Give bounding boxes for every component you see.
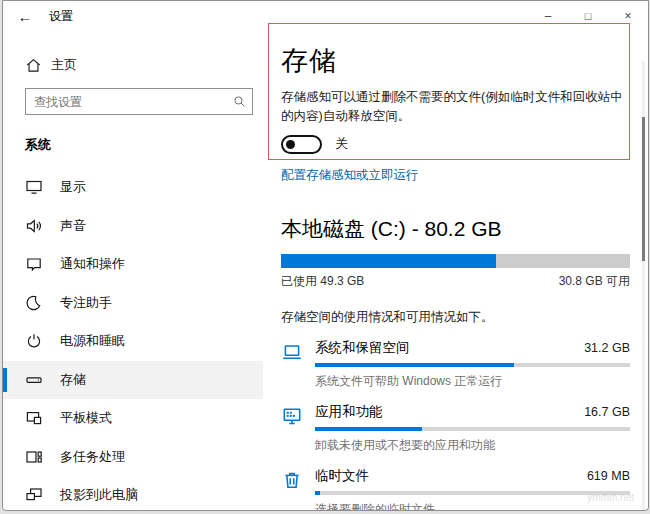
sidebar-item-label: 多任务处理	[60, 448, 125, 466]
sidebar-item-label: 投影到此电脑	[60, 486, 138, 504]
display-icon	[25, 178, 43, 196]
category-bar-fill	[315, 491, 320, 495]
home-icon	[25, 57, 42, 74]
toggle-state-label: 关	[335, 135, 348, 153]
sidebar-item-storage[interactable]: 存储	[3, 361, 263, 400]
laptop-icon	[281, 339, 315, 390]
sidebar-item-home[interactable]: 主页	[25, 55, 263, 75]
sidebar-item-power-sleep[interactable]: 电源和睡眠	[3, 322, 263, 361]
watermark: ymmm.net	[587, 492, 634, 503]
usage-intro: 存储空间的使用情况和可用情况如下。	[281, 309, 648, 326]
category-name: 应用和功能	[315, 403, 383, 421]
sidebar-item-label: 电源和睡眠	[60, 332, 125, 350]
sidebar-home-label: 主页	[51, 56, 77, 74]
storage-sense-toggle[interactable]	[281, 135, 322, 154]
sidebar-item-label: 存储	[60, 371, 86, 389]
power-icon	[25, 332, 43, 350]
sidebar-item-focus-assist[interactable]: 专注助手	[3, 284, 263, 323]
disk-used-label: 已使用 49.3 GB	[281, 273, 364, 290]
category-bar	[315, 363, 630, 367]
notifications-icon	[25, 255, 43, 273]
category-bar	[315, 491, 630, 495]
sidebar-item-projecting[interactable]: 投影到此电脑	[3, 476, 263, 511]
tablet-mode-icon	[25, 409, 43, 427]
category-size: 31.2 GB	[584, 341, 630, 355]
category-name: 临时文件	[315, 467, 369, 485]
back-button[interactable]: ←	[3, 8, 47, 25]
sidebar-item-sound[interactable]: 声音	[3, 207, 263, 246]
category-size: 619 MB	[587, 469, 630, 483]
sidebar-item-multitasking[interactable]: 多任务处理	[3, 438, 263, 477]
settings-window: ← 设置 – □ × 主页	[2, 0, 649, 511]
category-bar-fill	[315, 363, 514, 367]
disk-usage-bar	[281, 254, 630, 268]
sidebar-item-tablet-mode[interactable]: 平板模式	[3, 399, 263, 438]
focus-assist-icon	[25, 294, 43, 312]
minimize-button[interactable]: –	[528, 1, 568, 31]
category-desc: 选择要删除的临时文件	[315, 501, 630, 511]
sidebar-nav: 显示 声音 通知和操作	[3, 168, 263, 511]
multitasking-icon	[25, 448, 43, 466]
storage-sense-description: 存储感知可以通过删除不需要的文件(例如临时文件和回收站中的内容)自动释放空间。	[281, 88, 629, 126]
sidebar-section-system: 系统	[25, 136, 263, 154]
apps-icon	[281, 403, 315, 454]
category-row-system-reserved[interactable]: 系统和保留空间 31.2 GB 系统文件可帮助 Windows 正常运行	[281, 339, 630, 390]
category-row-temporary-files[interactable]: 临时文件 619 MB 选择要删除的临时文件	[281, 467, 630, 511]
category-row-apps-features[interactable]: 应用和功能 16.7 GB 卸载未使用或不想要的应用和功能	[281, 403, 630, 454]
sidebar-item-label: 平板模式	[60, 409, 112, 427]
category-bar-fill	[315, 427, 422, 431]
sidebar-item-label: 专注助手	[60, 294, 112, 312]
search-input[interactable]	[26, 95, 226, 109]
window-title: 设置	[49, 8, 73, 25]
page-title: 存储	[281, 43, 648, 79]
category-name: 系统和保留空间	[315, 339, 410, 357]
sidebar-item-display[interactable]: 显示	[3, 168, 263, 207]
configure-storage-sense-link[interactable]: 配置存储感知或立即运行	[281, 167, 419, 184]
disk-usage-labels: 已使用 49.3 GB 30.8 GB 可用	[281, 273, 630, 290]
category-size: 16.7 GB	[584, 405, 630, 419]
category-desc: 卸载未使用或不想要的应用和功能	[315, 437, 630, 454]
scrollbar-thumb[interactable]	[642, 117, 645, 261]
storage-sense-toggle-row: 关	[281, 135, 648, 153]
storage-icon	[25, 371, 43, 389]
sidebar-item-label: 声音	[60, 217, 86, 235]
sidebar-item-label: 显示	[60, 178, 86, 196]
maximize-button[interactable]: □	[568, 1, 608, 31]
titlebar: ← 设置 – □ ×	[3, 1, 648, 31]
trash-icon	[281, 467, 315, 511]
storage-category-list: 系统和保留空间 31.2 GB 系统文件可帮助 Windows 正常运行	[281, 339, 630, 511]
project-icon	[25, 486, 43, 504]
disk-title: 本地磁盘 (C:) - 80.2 GB	[281, 215, 648, 243]
category-bar	[315, 427, 630, 431]
sidebar-item-notifications[interactable]: 通知和操作	[3, 245, 263, 284]
toggle-knob	[286, 140, 295, 149]
search-box[interactable]	[25, 88, 253, 115]
sidebar-item-label: 通知和操作	[60, 255, 125, 273]
sidebar: 主页 系统 显示	[3, 31, 263, 510]
sound-icon	[25, 217, 43, 235]
disk-usage-bar-fill	[281, 254, 496, 268]
disk-free-label: 30.8 GB 可用	[559, 273, 630, 290]
main-content: 存储 存储感知可以通过删除不需要的文件(例如临时文件和回收站中的内容)自动释放空…	[263, 31, 648, 510]
category-desc: 系统文件可帮助 Windows 正常运行	[315, 373, 630, 390]
close-button[interactable]: ×	[608, 1, 648, 31]
search-icon[interactable]	[226, 95, 252, 108]
